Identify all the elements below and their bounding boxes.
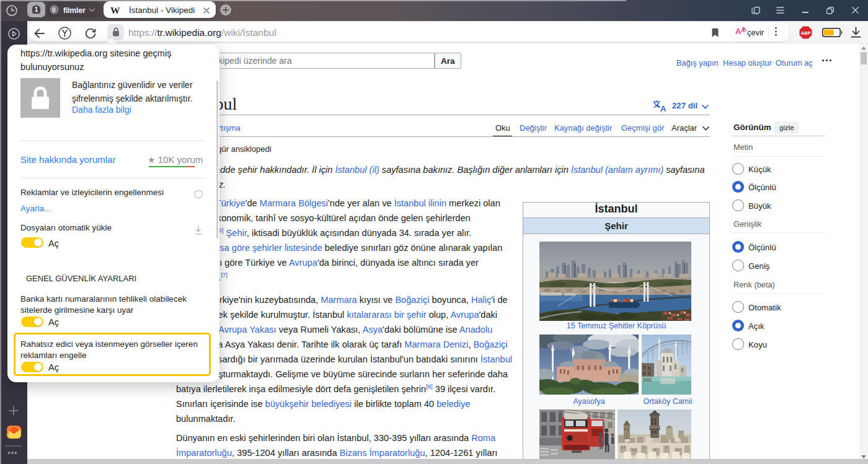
svg-text:A: A (660, 104, 666, 112)
svg-text:1: 1 (35, 6, 38, 13)
svg-text:ABP: ABP (801, 30, 811, 36)
